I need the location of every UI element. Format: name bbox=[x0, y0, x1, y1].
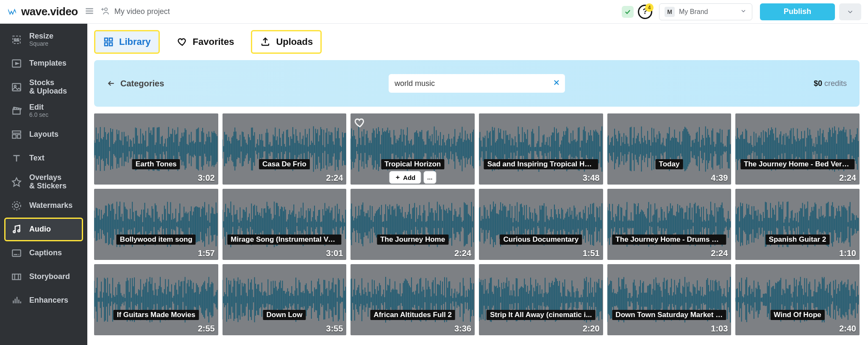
track-card[interactable]: Casa De Frio2:24 bbox=[223, 113, 347, 185]
sidebar-item-layouts[interactable]: Layouts bbox=[0, 123, 87, 146]
menu-icon[interactable] bbox=[84, 6, 95, 18]
sidebar-item-label: Captions bbox=[29, 249, 62, 257]
help-badge: 4 bbox=[645, 3, 654, 12]
ratio-11-icon: 1:1 bbox=[11, 34, 22, 46]
sidebar-item-label: Stocks & Uploads bbox=[29, 79, 67, 96]
track-card[interactable]: Mirage Song (Instrumental Vers...3:01 bbox=[223, 189, 347, 260]
tab-uploads[interactable]: Uploads bbox=[251, 30, 322, 54]
track-duration: 1:51 bbox=[583, 248, 600, 258]
sidebar-item-storyboard[interactable]: Storyboard bbox=[0, 265, 87, 289]
track-duration: 3:48 bbox=[583, 173, 600, 183]
sidebar-item-enhancers[interactable]: Enhancers bbox=[0, 289, 87, 312]
track-card[interactable]: If Guitars Made Movies2:55 bbox=[94, 264, 218, 335]
favorite-icon[interactable] bbox=[354, 117, 366, 130]
track-title: Casa De Frio bbox=[259, 159, 310, 169]
sidebar-item-watermarks[interactable]: Watermarks bbox=[0, 194, 87, 218]
track-duration: 3:55 bbox=[326, 324, 343, 334]
brand-select[interactable]: M My Brand bbox=[659, 3, 752, 20]
track-card[interactable]: Wind Of Hope2:40 bbox=[735, 264, 860, 335]
arrow-left-icon bbox=[107, 79, 115, 88]
svg-point-17 bbox=[18, 230, 20, 232]
sidebar-item-overlays[interactable]: Overlays & Stickers bbox=[0, 170, 87, 194]
track-title: Bollywood item song bbox=[117, 235, 196, 245]
track-card[interactable]: Sad and Inspiring Tropical Hou...3:48 bbox=[479, 113, 603, 185]
tab-library[interactable]: Library bbox=[94, 30, 160, 54]
track-duration: 1:03 bbox=[711, 324, 728, 334]
sidebar: 1:1ResizeSquareTemplatesStocks & Uploads… bbox=[0, 24, 87, 345]
track-card[interactable]: The Journey Home - Drums Only2:24 bbox=[607, 189, 732, 260]
track-card[interactable]: Earth Tones3:02 bbox=[94, 113, 218, 185]
track-card[interactable]: Down Town Saturday Market Full1:03 bbox=[607, 264, 732, 335]
svg-rect-10 bbox=[12, 131, 21, 133]
project-name[interactable]: My video project bbox=[114, 7, 170, 16]
track-title: Wind Of Hope bbox=[771, 310, 825, 320]
sidebar-item-label: Edit6.0 sec bbox=[29, 103, 48, 118]
track-duration: 3:01 bbox=[326, 248, 343, 258]
templates-icon bbox=[11, 58, 22, 69]
svg-point-3 bbox=[105, 8, 107, 10]
sidebar-item-label: Text bbox=[29, 154, 45, 163]
sidebar-item-resize[interactable]: 1:1ResizeSquare bbox=[0, 28, 87, 52]
track-card[interactable]: Tropical HorizonAdd… bbox=[351, 113, 475, 185]
help-button[interactable]: ? 4 bbox=[638, 5, 652, 19]
track-card[interactable]: The Journey Home - Bed Version2:24 bbox=[735, 113, 860, 185]
add-collaborator-icon[interactable] bbox=[100, 6, 110, 18]
sidebar-item-stocks[interactable]: Stocks & Uploads bbox=[0, 75, 87, 99]
clear-search-icon[interactable] bbox=[552, 78, 561, 88]
search-input[interactable] bbox=[389, 74, 565, 93]
sidebar-item-label: Watermarks bbox=[29, 201, 72, 210]
svg-rect-32 bbox=[109, 43, 112, 46]
tab-library-label: Library bbox=[119, 36, 151, 47]
subnav-tabs: Library Favorites Uploads bbox=[94, 24, 860, 60]
sidebar-item-label: ResizeSquare bbox=[29, 32, 53, 47]
track-title: The Journey Home - Bed Version bbox=[740, 159, 854, 169]
app-logo[interactable]: wave.video bbox=[7, 5, 78, 18]
publish-more-button[interactable] bbox=[839, 3, 861, 20]
track-duration: 3:36 bbox=[454, 324, 471, 334]
svg-marker-7 bbox=[16, 63, 19, 64]
add-track-button[interactable]: Add bbox=[389, 171, 421, 184]
track-duration: 2:24 bbox=[454, 248, 471, 258]
track-duration: 2:20 bbox=[583, 324, 600, 334]
svg-rect-29 bbox=[105, 38, 108, 41]
categories-back-button[interactable]: Categories bbox=[107, 79, 164, 88]
tab-favorites[interactable]: Favorites bbox=[169, 30, 242, 54]
sidebar-item-edit[interactable]: Edit6.0 sec bbox=[0, 99, 87, 123]
sidebar-item-label: Enhancers bbox=[29, 296, 68, 305]
sidebar-item-label: Templates bbox=[29, 59, 67, 68]
track-title: African Altitudes Full 2 bbox=[370, 310, 455, 320]
app-body: 1:1ResizeSquareTemplatesStocks & Uploads… bbox=[0, 24, 868, 345]
captions-icon bbox=[11, 247, 22, 259]
sidebar-item-label: Overlays & Stickers bbox=[29, 174, 67, 190]
track-card[interactable]: Strip It All Away (cinematic i...2:20 bbox=[479, 264, 603, 335]
track-more-button[interactable]: … bbox=[423, 171, 436, 184]
track-duration: 4:39 bbox=[711, 173, 728, 183]
credits-label: credits bbox=[824, 79, 847, 88]
sidebar-item-templates[interactable]: Templates bbox=[0, 52, 87, 75]
sidebar-item-label: Audio bbox=[29, 225, 51, 234]
track-card[interactable]: Down Low3:55 bbox=[223, 264, 347, 335]
credits-amount: $0 bbox=[814, 79, 822, 88]
chevron-down-icon bbox=[740, 8, 747, 16]
track-card[interactable]: Today4:39 bbox=[607, 113, 732, 185]
topbar: wave.video My video project ? 4 M My Bra… bbox=[0, 0, 868, 24]
publish-button[interactable]: Publish bbox=[760, 3, 835, 20]
sidebar-item-text[interactable]: Text bbox=[0, 146, 87, 170]
track-card[interactable]: The Journey Home2:24 bbox=[351, 189, 475, 260]
track-card[interactable]: Spanish Guitar 21:10 bbox=[735, 189, 860, 260]
upload-icon bbox=[260, 36, 271, 47]
tab-uploads-label: Uploads bbox=[276, 36, 313, 47]
sidebar-item-audio[interactable]: Audio bbox=[4, 218, 83, 241]
track-title: Mirage Song (Instrumental Vers... bbox=[227, 235, 341, 245]
track-card[interactable]: Curious Documentary1:51 bbox=[479, 189, 603, 260]
track-duration: 1:10 bbox=[839, 248, 856, 258]
track-duration: 2:40 bbox=[839, 324, 856, 334]
main-panel: Library Favorites Uploads Categories bbox=[87, 24, 868, 345]
svg-rect-8 bbox=[12, 83, 21, 91]
track-card[interactable]: African Altitudes Full 23:36 bbox=[351, 264, 475, 335]
sidebar-item-captions[interactable]: Captions bbox=[0, 241, 87, 265]
layouts-icon bbox=[11, 129, 22, 141]
track-card[interactable]: Bollywood item song1:57 bbox=[94, 189, 218, 260]
svg-point-15 bbox=[15, 204, 19, 208]
category-bar: Categories $0 credits bbox=[94, 60, 860, 107]
